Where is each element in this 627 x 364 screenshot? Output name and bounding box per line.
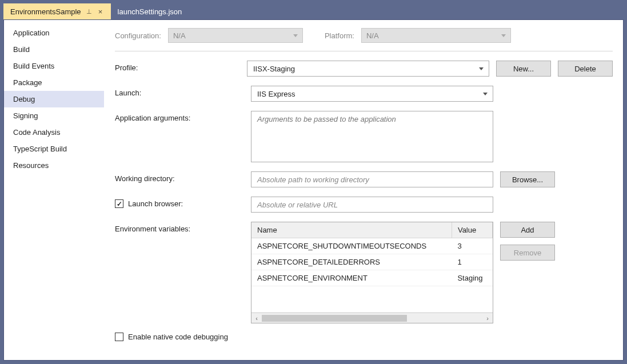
env-cell-value[interactable]: 1: [452, 254, 492, 270]
launch-browser-url-input[interactable]: Absolute or relative URL: [251, 197, 493, 213]
tab-environments-sample[interactable]: EnvironmentsSample ⊥ ×: [3, 3, 111, 19]
env-header-name[interactable]: Name: [251, 222, 452, 238]
sidebar: Application Build Build Events Package D…: [4, 20, 105, 360]
sidebar-item-signing[interactable]: Signing: [4, 107, 104, 124]
pin-icon[interactable]: ⊥: [86, 8, 93, 15]
platform-label: Platform:: [325, 31, 354, 40]
app-args-input[interactable]: [251, 111, 493, 162]
launch-label: Launch:: [115, 86, 251, 97]
env-cell-value[interactable]: 3: [452, 238, 492, 254]
sidebar-item-package[interactable]: Package: [4, 74, 104, 91]
sidebar-item-application[interactable]: Application: [4, 25, 104, 41]
profile-select[interactable]: IISX-Staging: [247, 61, 489, 77]
debug-form: Profile: IISX-Staging New... Delete Laun…: [115, 51, 613, 341]
sidebar-item-debug[interactable]: Debug: [4, 91, 104, 107]
sidebar-item-build-events[interactable]: Build Events: [4, 58, 104, 74]
app-args-label: Application arguments:: [115, 111, 251, 122]
sidebar-item-build[interactable]: Build: [4, 41, 104, 58]
env-row[interactable]: ASPNETCORE_ENVIRONMENT Staging: [251, 270, 493, 286]
tab-launchsettings[interactable]: launchSettings.json: [111, 3, 189, 19]
env-vars-table: Name Value ASPNETCORE_SHUTDOWNTIMEOUTSEC…: [251, 222, 493, 323]
env-vars-label: Environment variables:: [115, 222, 251, 233]
env-cell-value[interactable]: Staging: [452, 270, 492, 286]
delete-profile-button[interactable]: Delete: [558, 61, 613, 77]
native-debug-checkbox[interactable]: [115, 333, 123, 341]
content-area: Application Build Build Events Package D…: [3, 19, 624, 361]
tab-label: EnvironmentsSample: [10, 7, 81, 16]
main-panel: Configuration: N/A Platform: N/A Profile…: [105, 20, 623, 360]
env-cell-name[interactable]: ASPNETCORE_ENVIRONMENT: [251, 270, 452, 286]
tab-label: launchSettings.json: [118, 7, 182, 16]
native-debug-label: Enable native code debugging: [128, 333, 228, 341]
env-row[interactable]: ASPNETCORE_SHUTDOWNTIMEOUTSECONDS 3: [251, 238, 493, 254]
scroll-left-icon[interactable]: ‹: [251, 315, 262, 322]
working-dir-label: Working directory:: [115, 171, 251, 183]
launch-select[interactable]: IIS Express: [251, 86, 493, 102]
env-row-empty: [251, 286, 493, 313]
env-header-value[interactable]: Value: [452, 222, 492, 238]
profile-label: Profile:: [115, 61, 247, 72]
env-row[interactable]: ASPNETCORE_DETAILEDERRORS 1: [251, 254, 493, 270]
env-horizontal-scrollbar[interactable]: ‹ ›: [251, 313, 493, 323]
configuration-label: Configuration:: [115, 31, 161, 40]
platform-select: N/A: [361, 28, 511, 43]
close-icon[interactable]: ×: [97, 8, 104, 15]
scroll-thumb[interactable]: [262, 315, 407, 322]
remove-env-button[interactable]: Remove: [500, 245, 555, 261]
launch-browser-checkbox[interactable]: [115, 199, 123, 208]
launch-browser-label: Launch browser:: [128, 199, 183, 208]
env-cell-name[interactable]: ASPNETCORE_SHUTDOWNTIMEOUTSECONDS: [251, 238, 452, 254]
browse-button[interactable]: Browse...: [500, 171, 555, 187]
new-profile-button[interactable]: New...: [496, 61, 551, 77]
working-dir-input[interactable]: Absolute path to working directory: [251, 171, 493, 187]
env-cell-name[interactable]: ASPNETCORE_DETAILEDERRORS: [251, 254, 452, 270]
project-properties-window: EnvironmentsSample ⊥ × launchSettings.js…: [0, 0, 627, 364]
sidebar-item-resources[interactable]: Resources: [4, 157, 104, 174]
configuration-select: N/A: [168, 28, 303, 43]
sidebar-item-code-analysis[interactable]: Code Analysis: [4, 124, 104, 141]
config-platform-row: Configuration: N/A Platform: N/A: [115, 28, 613, 51]
sidebar-item-typescript-build[interactable]: TypeScript Build: [4, 141, 104, 157]
scroll-right-icon[interactable]: ›: [482, 315, 493, 322]
add-env-button[interactable]: Add: [500, 222, 555, 238]
tab-bar: EnvironmentsSample ⊥ × launchSettings.js…: [3, 3, 624, 19]
